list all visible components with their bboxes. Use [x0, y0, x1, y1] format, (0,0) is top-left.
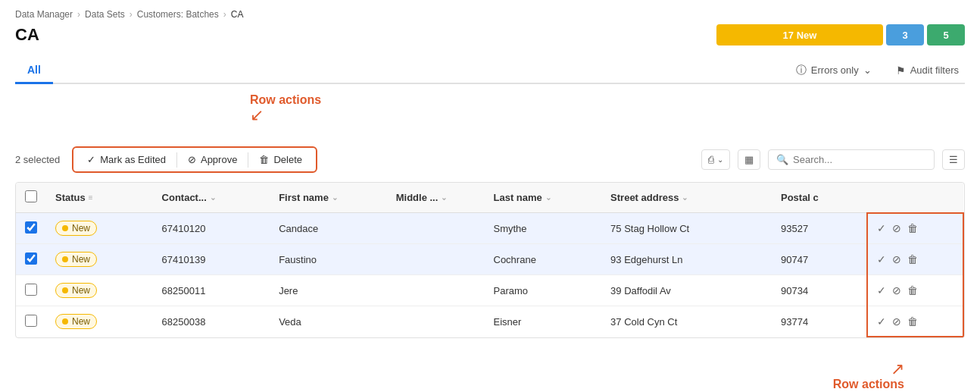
row-inline-actions: ✓⊘🗑	[877, 315, 953, 328]
breadcrumb-sep-1: ›	[77, 9, 80, 20]
lastname-header-label: Last name	[494, 192, 542, 203]
row-delete-button[interactable]: 🗑	[907, 315, 918, 328]
row-approve-button[interactable]: ✓	[877, 253, 886, 265]
table-row[interactable]: New67410139FaustinoCochrane93 Edgehurst …	[16, 244, 963, 275]
row-3-checkbox[interactable]	[25, 284, 37, 296]
row-select-cell	[16, 275, 46, 306]
search-box[interactable]: 🔍	[768, 149, 935, 170]
breadcrumb-data-sets[interactable]: Data Sets	[85, 9, 125, 20]
tab-all[interactable]: All	[15, 58, 53, 84]
row-4-checkbox[interactable]	[25, 315, 37, 327]
status-header-label: Status	[55, 192, 86, 203]
audit-filters-button[interactable]: ⚑ Audit filters	[890, 61, 965, 80]
row-contact-cell: 67410139	[153, 244, 270, 275]
delete-button[interactable]: 🗑 Delete	[251, 151, 310, 168]
status-bars: 17 New 3 5	[716, 24, 965, 45]
page-header: CA 17 New 3 5	[15, 24, 965, 45]
row-delete-button[interactable]: 🗑	[907, 222, 918, 234]
chevron-down-icon: ⌄	[863, 64, 872, 76]
col-header-actions	[867, 183, 963, 213]
row-inline-actions-cell: ✓⊘🗑	[867, 306, 963, 337]
row-approve-button[interactable]: ✓	[877, 284, 886, 296]
approve-label: Approve	[201, 154, 237, 165]
bottom-callout: ↗ Row actions	[833, 361, 904, 391]
bottom-annotation-text: Row actions	[833, 378, 904, 391]
street-sort-icon[interactable]: ⌄	[682, 193, 688, 202]
col-header-firstname: First name ⌄	[270, 183, 387, 213]
breadcrumb-ca: CA	[231, 9, 244, 20]
col-header-status: Status ≡	[46, 183, 153, 213]
breadcrumb-customers-batches[interactable]: Customers: Batches	[137, 9, 219, 20]
postal-header-label: Postal c	[781, 192, 819, 203]
row-delete-button[interactable]: 🗑	[907, 284, 918, 296]
breadcrumb: Data Manager › Data Sets › Customers: Ba…	[15, 9, 965, 20]
row-2-checkbox[interactable]	[25, 252, 37, 265]
top-annotation-arrow: ↙	[250, 107, 264, 124]
filter-icon: ⚑	[896, 64, 906, 77]
status-label: New	[72, 254, 90, 265]
row-delete-button[interactable]: 🗑	[907, 253, 918, 265]
status-dot	[62, 225, 68, 231]
top-callout: Row actions ↙	[250, 93, 321, 124]
list-view-button[interactable]: ☰	[942, 149, 965, 170]
status-filter-icon[interactable]: ≡	[89, 193, 93, 202]
errors-only-button[interactable]: ⓘ Errors only ⌄	[790, 61, 878, 80]
breadcrumb-data-manager[interactable]: Data Manager	[15, 9, 73, 20]
status-dot	[62, 256, 68, 262]
row-postal-cell: 93527	[772, 213, 867, 244]
status-bar-new: 17 New	[716, 24, 883, 45]
middle-header-label: Middle ...	[396, 192, 439, 203]
row-contact-cell: 67410120	[153, 213, 270, 244]
select-all-header[interactable]	[16, 183, 46, 213]
row-firstname-cell: Veda	[270, 306, 387, 337]
lastname-sort-icon[interactable]: ⌄	[545, 193, 551, 202]
mark-edited-label: Mark as Edited	[100, 154, 166, 165]
approve-button[interactable]: ⊘ Approve	[180, 151, 245, 168]
columns-button[interactable]: ▦	[738, 149, 760, 170]
contact-header-label: Contact...	[162, 192, 207, 203]
status-bar-blue: 3	[886, 24, 924, 45]
status-dot	[62, 287, 68, 293]
tabs-row: All ⓘ Errors only ⌄ ⚑ Audit filters	[15, 58, 965, 84]
table-row[interactable]: New68250038VedaEisner37 Cold Cyn Ct93774…	[16, 306, 963, 337]
row-middle-cell	[387, 275, 485, 306]
status-badge: New	[55, 314, 97, 329]
status-label: New	[72, 316, 90, 327]
row-reject-button[interactable]: ⊘	[892, 222, 901, 234]
row-street-cell: 39 Daffodil Av	[601, 275, 772, 306]
col-header-middle: Middle ... ⌄	[387, 183, 485, 213]
table-row[interactable]: New67410120CandaceSmythe75 Stag Hollow C…	[16, 213, 963, 244]
row-street-cell: 93 Edgehurst Ln	[601, 244, 772, 275]
col-header-street: Street address ⌄	[601, 183, 772, 213]
middle-sort-icon[interactable]: ⌄	[441, 193, 447, 202]
row-street-cell: 75 Stag Hollow Ct	[601, 213, 772, 244]
firstname-header-label: First name	[279, 192, 329, 203]
contact-sort-icon[interactable]: ⌄	[210, 193, 216, 202]
select-all-checkbox[interactable]	[25, 190, 37, 202]
breadcrumb-sep-2: ›	[130, 9, 133, 20]
row-postal-cell: 93774	[772, 306, 867, 337]
page: Data Manager › Data Sets › Customers: Ba…	[0, 0, 980, 392]
approve-icon: ⊘	[188, 154, 196, 165]
status-bar-green: 5	[927, 24, 965, 45]
print-button[interactable]: ⎙ ⌄	[701, 149, 730, 170]
row-firstname-cell: Faustino	[270, 244, 387, 275]
status-dot	[62, 318, 68, 325]
row-actions-right: ⎙ ⌄ ▦ 🔍 ☰	[701, 149, 965, 170]
search-input[interactable]	[793, 154, 926, 165]
firstname-sort-icon[interactable]: ⌄	[332, 193, 338, 202]
row-middle-cell	[387, 306, 485, 337]
table-row[interactable]: New68250011JereParamo39 Daffodil Av90734…	[16, 275, 963, 306]
trash-icon: 🗑	[259, 154, 269, 165]
status-badge: New	[55, 221, 97, 236]
row-1-checkbox[interactable]	[25, 221, 37, 234]
mark-edited-button[interactable]: ✓ Mark as Edited	[80, 151, 173, 168]
row-reject-button[interactable]: ⊘	[892, 284, 901, 296]
row-firstname-cell: Jere	[270, 275, 387, 306]
row-reject-button[interactable]: ⊘	[892, 253, 901, 265]
breadcrumb-sep-3: ›	[223, 9, 226, 20]
row-approve-button[interactable]: ✓	[877, 315, 886, 328]
row-reject-button[interactable]: ⊘	[892, 315, 901, 328]
row-approve-button[interactable]: ✓	[877, 222, 886, 234]
status-label: New	[72, 285, 90, 296]
